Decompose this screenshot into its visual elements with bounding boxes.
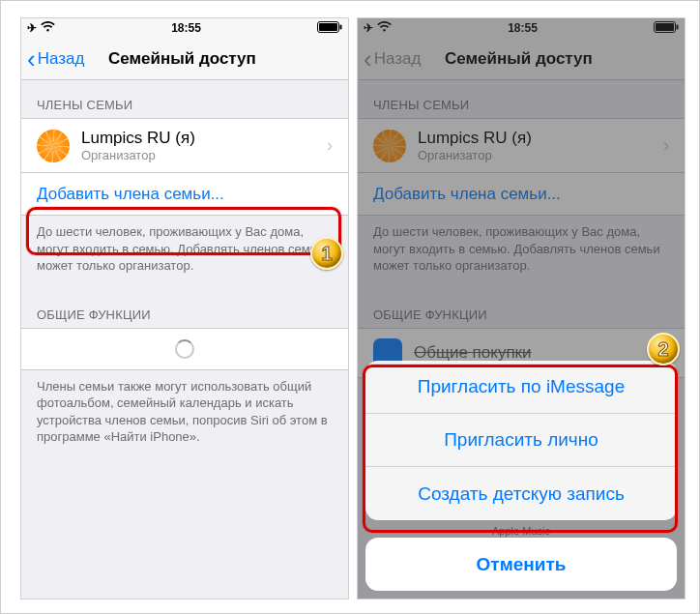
add-family-member-button[interactable]: Добавить члена семьи... — [21, 173, 348, 216]
spinner-icon — [175, 339, 194, 359]
member-name: Lumpics RU (я) — [81, 129, 195, 148]
section-header-shared: ОБЩИЕ ФУНКЦИИ — [21, 290, 348, 328]
create-child-account-button[interactable]: Создать детскую запись — [365, 467, 677, 520]
cancel-button[interactable]: Отменить — [365, 538, 677, 591]
orange-icon — [37, 130, 70, 162]
section-header-members: ЧЛЕНЫ СЕМЬИ — [21, 80, 348, 118]
phone-screenshot-2: ✈ 18:55 ‹ Назад Семейный доступ — [358, 18, 685, 599]
back-label: Назад — [38, 49, 85, 69]
avatar — [37, 130, 70, 162]
action-sheet: Пригласить по iMessage Пригласить лично … — [365, 361, 677, 591]
airplane-mode-icon: ✈ — [27, 21, 37, 35]
loading-row — [21, 328, 348, 370]
shared-footer-text: Члены семьи также могут использовать общ… — [21, 370, 348, 461]
chevron-right-icon: › — [327, 135, 333, 156]
svg-rect-1 — [319, 23, 337, 31]
chevron-left-icon: ‹ — [27, 46, 36, 72]
status-time: 18:55 — [171, 21, 201, 35]
phone-screenshot-1: ✈ 18:55 ‹ Назад Семейный доступ ЧЛЕНЫ СЕ… — [21, 18, 348, 599]
invite-in-person-button[interactable]: Пригласить лично — [365, 414, 677, 467]
peek-apple-music: Apple Music — [365, 528, 677, 534]
member-role: Организатор — [81, 148, 195, 162]
back-button[interactable]: ‹ Назад — [27, 46, 84, 72]
invite-imessage-button[interactable]: Пригласить по iMessage — [365, 361, 677, 414]
action-sheet-options: Пригласить по iMessage Пригласить лично … — [365, 361, 677, 520]
svg-rect-2 — [339, 24, 341, 29]
add-member-label: Добавить члена семьи... — [37, 185, 224, 204]
status-bar: ✈ 18:55 — [21, 18, 348, 38]
family-member-row[interactable]: Lumpics RU (я) Организатор › — [21, 118, 348, 173]
members-footer-text: До шести человек, проживающих у Вас дома… — [21, 216, 348, 290]
nav-bar: ‹ Назад Семейный доступ — [21, 38, 348, 80]
wifi-icon — [41, 21, 55, 35]
battery-icon — [317, 21, 342, 36]
